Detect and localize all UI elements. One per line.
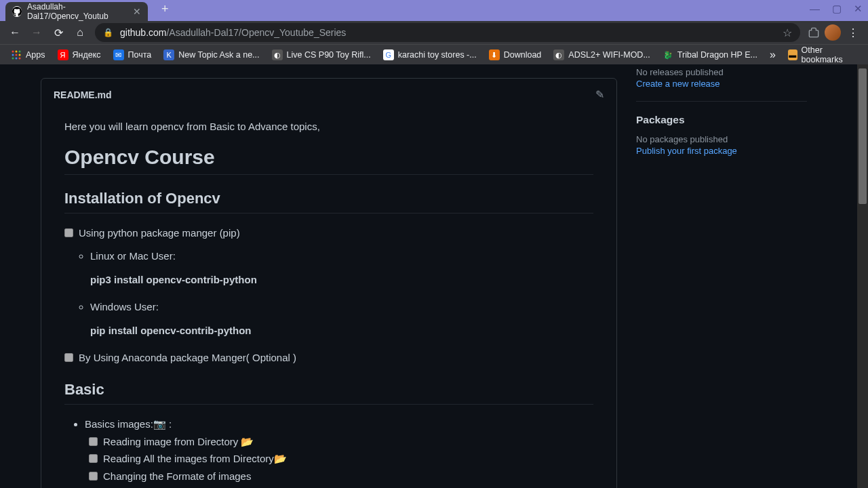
linux-cmd: pip3 install opencv-contrib-python	[90, 271, 593, 289]
readme-h1: Opencv Course	[64, 146, 593, 175]
close-tab-icon[interactable]: ✕	[133, 6, 141, 17]
github-favicon	[12, 6, 22, 17]
browser-tab[interactable]: Asadullah-Dal17/Opencv_Youtub ✕	[5, 2, 148, 21]
folder-icon: ▬	[788, 49, 797, 60]
bookmark-item[interactable]: Gkarachi toy stores -...	[378, 47, 482, 63]
edit-icon[interactable]: ✎	[595, 88, 604, 101]
url-text: github.com/Asadullah-Dal17/Opencv_Youtub…	[120, 27, 776, 38]
linux-label: Linux or Mac User:	[90, 247, 593, 265]
sub-task-label: Reading All the images from Directory📂	[103, 450, 287, 468]
bookmark-icon: G	[383, 49, 394, 60]
other-bookmarks[interactable]: ▬ Other bookmarks	[783, 43, 863, 67]
forward-button[interactable]: →	[27, 23, 46, 42]
svg-point-7	[16, 57, 18, 59]
page-content: README.md ✎ Here you will learn opencv f…	[0, 64, 868, 488]
apps-button[interactable]: Apps	[5, 47, 51, 63]
packages-title: Packages	[636, 114, 807, 126]
home-button[interactable]: ⌂	[71, 23, 90, 42]
bookmark-star-icon[interactable]: ☆	[783, 26, 792, 39]
basics-images-label: Basics images:📷 :	[85, 418, 172, 430]
bookmark-item[interactable]: ◐ADSL2+ WIFI-MOD...	[548, 47, 656, 63]
bookmark-icon: ✉	[113, 49, 124, 60]
bookmark-item[interactable]: 🐉Tribal Dragon HP E...	[657, 47, 763, 63]
repo-sidebar: No releases published Create a new relea…	[617, 64, 807, 488]
bookmark-item[interactable]: KNew Topic Ask a ne...	[158, 47, 264, 63]
reload-button[interactable]: ⟳	[49, 23, 68, 42]
bookmarks-bar: Apps ЯЯндекс✉ПочтаKNew Topic Ask a ne...…	[0, 44, 868, 64]
address-bar[interactable]: 🔒 github.com/Asadullah-Dal17/Opencv_Yout…	[95, 23, 800, 42]
sub-task-label: Reading image from Directory 📂	[103, 433, 254, 451]
create-release-link[interactable]: Create a new release	[636, 79, 807, 89]
scrollbar[interactable]	[857, 64, 868, 488]
task-pip-label: Using python package manger (pip)	[79, 224, 240, 242]
close-button[interactable]: ✕	[854, 3, 863, 15]
bookmark-icon: 🐉	[663, 49, 673, 60]
readme-box: README.md ✎ Here you will learn opencv f…	[41, 78, 617, 488]
svg-point-3	[12, 54, 14, 56]
browser-menu-button[interactable]: ⋮	[844, 26, 863, 39]
bookmark-icon: ◐	[272, 49, 283, 60]
scrollbar-thumb[interactable]	[859, 68, 867, 204]
task-checkbox	[89, 472, 98, 481]
bookmark-icon: ◐	[553, 49, 564, 60]
svg-point-2	[19, 50, 21, 52]
bookmark-item[interactable]: ✉Почта	[108, 47, 157, 63]
bookmark-icon: Я	[58, 49, 68, 60]
task-checkbox	[64, 353, 73, 362]
windows-label: Windows User:	[90, 298, 593, 316]
svg-point-0	[12, 50, 14, 52]
task-checkbox	[89, 437, 98, 446]
bookmark-icon: ⬇	[489, 49, 500, 60]
svg-point-8	[19, 57, 21, 59]
tab-title: Asadullah-Dal17/Opencv_Youtub	[27, 2, 127, 21]
readme-h2-basic: Basic	[64, 381, 593, 405]
task-anaconda-label: By Using Anaconda package Manger( Option…	[79, 349, 296, 367]
bookmark-item[interactable]: ЯЯндекс	[52, 47, 106, 63]
bookmarks-overflow[interactable]: »	[764, 49, 781, 61]
minimize-button[interactable]: —	[810, 3, 820, 15]
window-controls: — ▢ ✕	[810, 3, 863, 15]
readme-h2-install: Installation of Opencv	[64, 190, 593, 214]
new-tab-button[interactable]: +	[152, 2, 178, 16]
svg-point-5	[19, 54, 21, 56]
windows-cmd: pip install opencv-contrib-python	[90, 322, 593, 340]
bookmark-item[interactable]: ◐Live CS P90 Toy Rifl...	[267, 47, 376, 63]
readme-filename: README.md	[54, 89, 112, 100]
browser-toolbar: ← → ⟳ ⌂ 🔒 github.com/Asadullah-Dal17/Ope…	[0, 21, 868, 44]
tab-bar: Asadullah-Dal17/Opencv_Youtub ✕ +	[0, 0, 868, 21]
back-button[interactable]: ←	[5, 23, 24, 42]
svg-point-6	[12, 57, 14, 59]
bookmark-item[interactable]: ⬇Download	[484, 47, 547, 63]
sub-task-label: Changing the Formate of images	[103, 468, 251, 485]
extensions-icon[interactable]	[806, 24, 822, 41]
publish-package-link[interactable]: Publish your first package	[636, 146, 807, 156]
apps-icon	[11, 49, 22, 60]
svg-point-4	[16, 54, 18, 56]
bookmark-icon: K	[163, 49, 174, 60]
readme-intro: Here you will learn opencv from Basic to…	[64, 119, 593, 135]
packages-none: No packages published	[636, 134, 807, 144]
maximize-button[interactable]: ▢	[832, 3, 842, 15]
svg-point-1	[16, 50, 18, 52]
releases-none: No releases published	[636, 67, 807, 77]
task-checkbox	[64, 228, 73, 237]
lock-icon: 🔒	[103, 28, 113, 37]
task-checkbox	[89, 454, 98, 463]
profile-avatar[interactable]	[825, 24, 841, 41]
